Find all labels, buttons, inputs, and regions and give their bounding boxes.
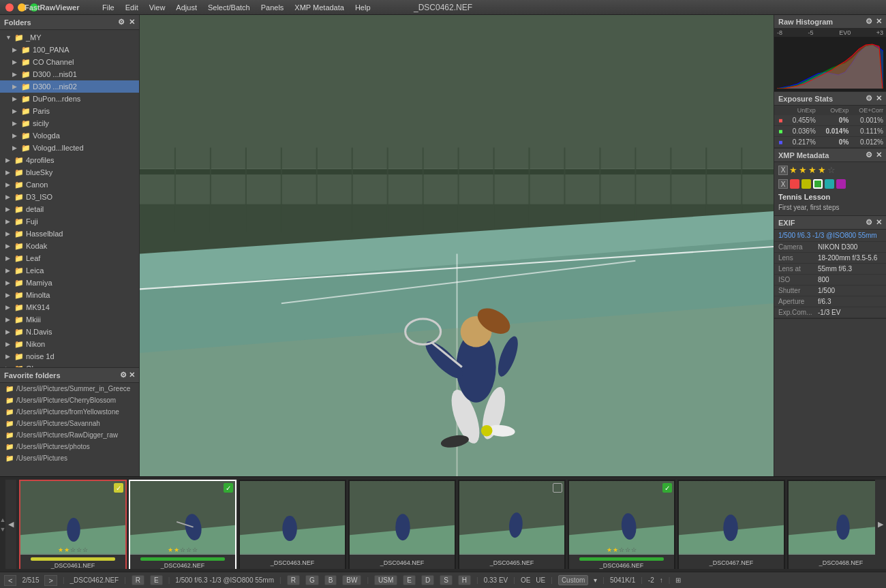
folder-cochannel[interactable]: ▶ 📁 CO Channel (0, 56, 139, 68)
xmp-reject-button[interactable]: X (778, 166, 788, 175)
folder-detail[interactable]: ▶ 📁 detail (0, 203, 139, 215)
fav-item-3[interactable]: 📁 /Users/il/Pictures/Savannah (0, 418, 139, 429)
xmp-color-purple[interactable] (836, 179, 846, 189)
folder-oly[interactable]: ▶ 📁 Oly (0, 362, 139, 367)
folder-bluesky[interactable]: ▶ 📁 blueSky (0, 166, 139, 179)
folder-ndavis[interactable]: ▶ 📁 N.Davis (0, 326, 139, 338)
xmp-star-1[interactable]: ★ (789, 165, 797, 175)
fav-gear-icon[interactable]: ⚙ (120, 371, 127, 379)
tool-h-button[interactable]: H (458, 575, 471, 585)
folder-paris[interactable]: ▶ 📁 Paris (0, 105, 139, 117)
thumb-dsc0467[interactable]: _DSC0467.NEF (677, 480, 785, 569)
exif-settings-icon[interactable]: ⚙ (866, 218, 872, 227)
channel-bw-button[interactable]: BW (342, 575, 361, 585)
menu-panels[interactable]: Panels (261, 3, 284, 12)
folder-canon[interactable]: ▶ 📁 Canon (0, 179, 139, 191)
prev-image-button[interactable]: < (4, 575, 16, 586)
menu-view[interactable]: View (149, 3, 166, 12)
folder-hasselblad[interactable]: ▶ 📁 Hasselblad (0, 228, 139, 240)
thumb-dsc0466[interactable]: ✓ ★ ★ ☆ ☆ ☆ _DSC0466.NEF (568, 480, 675, 569)
menu-select-batch[interactable]: Select/Batch (208, 3, 250, 12)
xmp-color-cyan[interactable] (825, 179, 834, 189)
fav-close-icon[interactable]: ✕ (129, 371, 135, 379)
badge-r-button[interactable]: R (132, 575, 144, 585)
xmp-close-icon[interactable]: ✕ (876, 151, 882, 159)
channel-g-button[interactable]: G (305, 575, 319, 585)
tool-d-button[interactable]: D (421, 575, 434, 585)
folder-d3iso[interactable]: ▶ 📁 D3_ISO (0, 191, 139, 203)
folder-d300nis02[interactable]: ▶ 📁 D300 ...nis02 (0, 80, 139, 93)
zoom-up-icon[interactable]: ↑ (660, 576, 663, 584)
folder-fuji[interactable]: ▶ 📁 Fuji (0, 215, 139, 228)
xmp-star-4[interactable]: ★ (818, 165, 826, 175)
folder-mkiii[interactable]: ▶ 📁 Mkiii (0, 313, 139, 326)
custom-dropdown[interactable]: Custom (558, 575, 588, 585)
grid-icon[interactable]: ⊞ (675, 576, 681, 584)
tool-e-button[interactable]: E (403, 575, 416, 585)
folder-leaf[interactable]: ▶ 📁 Leaf (0, 252, 139, 264)
gear-icon[interactable]: ⚙ (118, 18, 125, 27)
channel-r-button[interactable]: R (287, 575, 300, 585)
xmp-star-5[interactable]: ☆ (827, 165, 836, 175)
folder-kodak[interactable]: ▶ 📁 Kodak (0, 240, 139, 252)
tool-usm-button[interactable]: USM (374, 575, 397, 585)
close-button[interactable] (5, 3, 14, 12)
folder-my[interactable]: ▼ 📁 _MY (0, 31, 139, 44)
folder-noise1d[interactable]: ▶ 📁 noise 1d (0, 350, 139, 362)
fav-item-6[interactable]: 📁 /Users/il/Pictures (0, 452, 139, 464)
fav-item-0[interactable]: 📁 /Users/il/Pictures/Summer_in_Greece (0, 383, 139, 394)
folder-mamiya[interactable]: ▶ 📁 Mamiya (0, 277, 139, 289)
thumb-dsc0463[interactable]: _DSC0463.NEF (239, 480, 346, 569)
dropdown-arrow-icon[interactable]: ▾ (594, 576, 597, 584)
thumb-dsc0465[interactable]: _DSC0465.NEF (458, 480, 566, 569)
folder-sicily[interactable]: ▶ 📁 sicily (0, 117, 139, 129)
badge-e-button[interactable]: E (150, 575, 163, 585)
folder-nikon[interactable]: ▶ 📁 Nikon (0, 338, 139, 350)
menu-file[interactable]: File (102, 3, 114, 12)
exposure-stats-section: Exposure Stats ⚙ ✕ UnExp OvExp OE+Corr (774, 92, 886, 149)
menu-help[interactable]: Help (355, 3, 371, 12)
folder-100pana[interactable]: ▶ 📁 100_PANA (0, 44, 139, 56)
folder-vologd-collected[interactable]: ▶ 📁 Vologd...llected (0, 142, 139, 154)
main-image[interactable] (140, 15, 774, 476)
thumb-dsc0462[interactable]: ✓ ★ ★ ☆ ☆ ☆ _DSC0462.NEF (129, 480, 236, 569)
next-image-button[interactable]: > (44, 575, 57, 586)
xmp-settings-icon[interactable]: ⚙ (866, 151, 872, 159)
histogram-header: Raw Histogram ⚙ ✕ (774, 15, 886, 29)
folder-vologda[interactable]: ▶ 📁 Vologda (0, 129, 139, 142)
xmp-color-reject[interactable]: X (778, 179, 788, 189)
filmstrip-prev-button[interactable]: ◀ (5, 480, 16, 569)
xmp-color-red[interactable] (790, 179, 799, 189)
channel-b-button[interactable]: B (324, 575, 337, 585)
histogram-close-icon[interactable]: ✕ (876, 17, 882, 26)
menu-xmp[interactable]: XMP Metadata (294, 3, 344, 12)
folder-d300nis01[interactable]: ▶ 📁 D300 ...nis01 (0, 68, 139, 80)
xmp-star-2[interactable]: ★ (799, 165, 807, 175)
exif-close-icon[interactable]: ✕ (876, 218, 882, 227)
thumb-dsc0461[interactable]: ✓ ★ ★ ☆ ☆ ☆ _DSC0461.NEF (19, 480, 127, 569)
thumb-dsc0464[interactable]: _DSC0464.NEF (348, 480, 456, 569)
folder-4profiles[interactable]: ▶ 📁 4profiles (0, 154, 139, 166)
fav-item-4[interactable]: 📁 /Users/il/Pictures/RawDigger_raw (0, 429, 139, 441)
xmp-color-green[interactable] (813, 179, 823, 189)
histogram-settings-icon[interactable]: ⚙ (866, 17, 872, 26)
close-icon[interactable]: ✕ (129, 18, 135, 27)
folder-minolta[interactable]: ▶ 📁 Minolta (0, 289, 139, 301)
fav-item-1[interactable]: 📁 /Users/il/Pictures/CherryBlossom (0, 394, 139, 406)
folder-mk914[interactable]: ▶ 📁 MK914 (0, 301, 139, 313)
exp-close-icon[interactable]: ✕ (876, 94, 882, 103)
exp-header-unexp: UnExp (785, 106, 819, 115)
menu-adjust[interactable]: Adjust (176, 3, 197, 12)
thumb-dsc0468[interactable]: _DSC0468.NEF (787, 480, 875, 569)
menu-edit[interactable]: Edit (125, 3, 138, 12)
tool-s-button[interactable]: S (440, 575, 453, 585)
filmstrip-next-button[interactable]: ▶ (875, 480, 886, 569)
folder-dupont[interactable]: ▶ 📁 DuPon...rdens (0, 93, 139, 105)
folder-leica[interactable]: ▶ 📁 Leica (0, 264, 139, 277)
xmp-star-3[interactable]: ★ (808, 165, 816, 175)
thumb-1-check: ✓ (224, 483, 233, 493)
xmp-color-yellow[interactable] (801, 179, 811, 189)
fav-item-2[interactable]: 📁 /Users/il/Pictures/fromYellowstone (0, 406, 139, 418)
fav-item-5[interactable]: 📁 /Users/il/Pictures/photos (0, 441, 139, 452)
exp-settings-icon[interactable]: ⚙ (866, 94, 872, 103)
